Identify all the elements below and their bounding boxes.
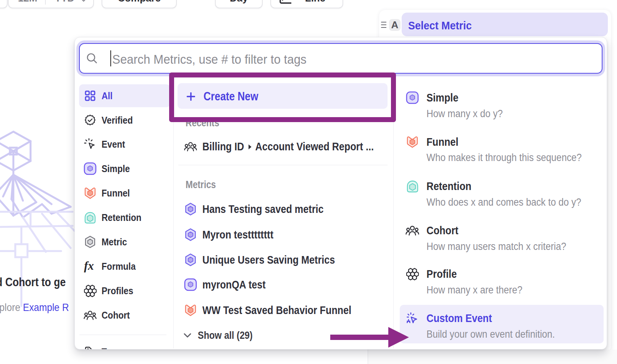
svg-text:fx: fx: [84, 260, 94, 272]
